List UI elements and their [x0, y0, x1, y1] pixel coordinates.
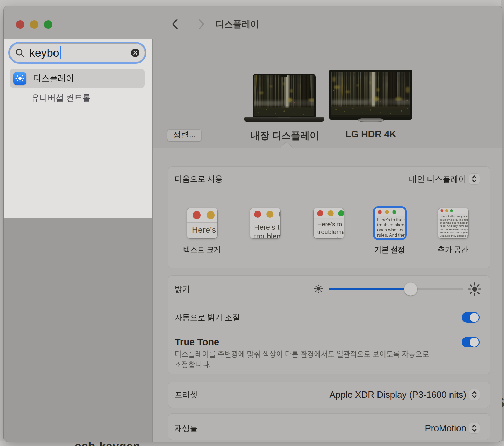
auto-brightness-label: 자동으로 밝기 조절 — [175, 312, 240, 323]
refresh-rate-dropdown[interactable] — [469, 423, 480, 433]
scale-option-more-space[interactable]: Here’s to the crazy ones. The misfits. T… — [438, 208, 468, 238]
system-settings-window: keybo — [4, 6, 502, 442]
mini-minimize-icon — [266, 211, 273, 218]
mini-zoom-icon — [450, 209, 453, 212]
auto-brightness-toggle[interactable] — [462, 312, 480, 323]
window-controls — [16, 20, 52, 29]
search-result-label: 디스플레이 — [33, 72, 74, 85]
refresh-rate-card: 재생률 ProMotion — [168, 414, 490, 440]
scale-option-larger-text[interactable]: Here’s to the crazy ones. The misfits. T… — [187, 208, 217, 238]
magnifier-icon — [15, 48, 25, 58]
back-button[interactable] — [172, 19, 179, 29]
divider — [175, 303, 484, 303]
mini-minimize-icon — [207, 211, 215, 219]
scale-option-3[interactable]: Here’s to the crazy ones. The misfits. T… — [314, 208, 344, 238]
arrange-button[interactable]: 정렬... — [167, 129, 202, 141]
mini-minimize-icon — [328, 210, 334, 216]
builtin-display-thumbnail[interactable] — [253, 74, 316, 117]
clear-search-button[interactable] — [131, 49, 139, 57]
divider — [175, 330, 484, 330]
use-as-label: 다음으로 사용 — [175, 173, 223, 185]
forward-button[interactable] — [199, 19, 206, 29]
search-input[interactable]: keybo — [8, 42, 146, 64]
laptop-base — [244, 117, 324, 122]
toggle-knob — [470, 313, 479, 322]
text-cursor — [60, 46, 61, 59]
true-tone-description: 디스플레이를 주변광에 맞춰 색상이 다른 환경에서도 일관적으로 보이도록 자… — [175, 348, 429, 369]
search-result-displays[interactable]: 디스플레이 — [10, 69, 145, 88]
sidebar-search-results-panel — [4, 39, 152, 218]
preset-card: 프리셋 Apple XDR Display (P3-1600 nits) — [168, 382, 490, 408]
preset-dropdown[interactable] — [469, 389, 480, 400]
mini-zoom-icon — [338, 210, 344, 216]
brightness-dim-icon — [312, 283, 324, 296]
brightness-bright-icon — [467, 281, 482, 298]
true-tone-label: True Tone — [175, 337, 219, 348]
selected-display-pointer — [279, 142, 293, 148]
zoom-button[interactable] — [44, 20, 52, 29]
brightness-label: 밝기 — [175, 283, 190, 295]
mini-minimize-icon — [385, 210, 389, 214]
mini-zoom-icon — [392, 210, 396, 214]
display-settings-icon — [13, 72, 26, 85]
true-tone-toggle[interactable] — [462, 337, 480, 347]
search-input-value: keybo — [29, 46, 59, 59]
minimize-button[interactable] — [30, 20, 38, 29]
brightness-slider[interactable] — [329, 288, 463, 290]
preset-value: Apple XDR Display (P3-1600 nits) — [329, 389, 466, 400]
laptop-notch — [281, 74, 287, 77]
mini-close-icon — [193, 211, 201, 219]
external-display-label: LG HDR 4K — [318, 129, 423, 140]
refresh-rate-label: 재생률 — [175, 423, 198, 434]
sidebar-lower-area — [4, 218, 152, 442]
mini-close-icon — [254, 211, 261, 218]
scale-option-default[interactable]: Here’s to the crazy ones. The misfits. T… — [375, 208, 405, 238]
scale-label-larger-text: 텍스트 크게 — [168, 244, 236, 255]
brightness-slider-fill — [329, 288, 411, 290]
scale-label-more-space: 추가 공간 — [419, 244, 487, 255]
mini-close-icon — [378, 210, 382, 214]
scale-connector-line — [246, 249, 351, 249]
brightness-card: 밝기 — [168, 276, 490, 374]
search-result-label: 유니버설 컨트롤 — [31, 92, 91, 104]
use-as-card: 다음으로 사용 메인 디스플레이 Here’s to the crazy one… — [168, 167, 490, 268]
use-as-dropdown[interactable] — [469, 174, 480, 184]
scale-label-default: 기본 설정 — [355, 244, 424, 255]
scale-option-2[interactable]: Here’s to the crazy ones. The misfits. T… — [250, 208, 280, 238]
mini-close-icon — [317, 210, 323, 216]
divider — [175, 192, 484, 192]
mini-zoom-icon — [279, 211, 280, 218]
monitor-stand — [358, 118, 384, 122]
mini-close-icon — [440, 209, 443, 212]
brightness-slider-knob[interactable] — [404, 282, 417, 296]
external-display-thumbnail[interactable] — [329, 70, 412, 120]
use-as-value: 메인 디스플레이 — [409, 173, 466, 185]
close-button[interactable] — [16, 20, 24, 29]
page-title: 디스플레이 — [216, 18, 259, 30]
refresh-rate-value: ProMotion — [425, 423, 467, 434]
search-result-universal-control[interactable]: 유니버설 컨트롤 — [10, 88, 145, 108]
preset-label: 프리셋 — [175, 389, 198, 400]
mini-minimize-icon — [445, 209, 448, 212]
toggle-knob — [470, 338, 479, 347]
